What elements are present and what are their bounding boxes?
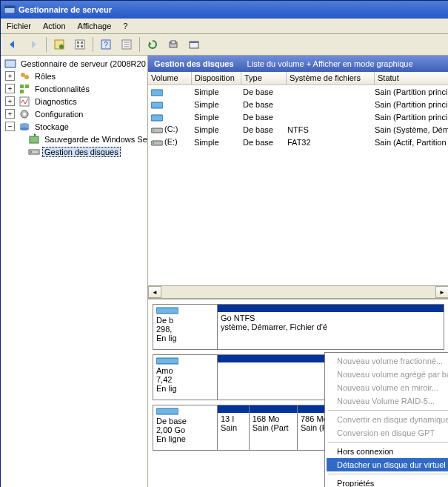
menu-fichier[interactable]: Fichier bbox=[1, 19, 37, 33]
volume-row[interactable]: SimpleDe baseSain (Partition principale) bbox=[148, 98, 448, 110]
menu-help[interactable]: ? bbox=[117, 19, 133, 33]
expand-icon[interactable]: + bbox=[5, 71, 15, 81]
content-header: Gestion des disques Liste du volume + Af… bbox=[148, 56, 448, 72]
tree-roles[interactable]: + Rôles bbox=[1, 70, 147, 82]
tree-gestion-disques[interactable]: Gestion des disques bbox=[1, 145, 147, 158]
forward-button[interactable] bbox=[24, 35, 43, 54]
col-statut[interactable]: Statut bbox=[375, 72, 448, 85]
expand-icon[interactable]: + bbox=[5, 84, 15, 93]
tree-root[interactable]: Gestionnaire de serveur (2008R20 bbox=[1, 57, 147, 70]
app-window: Gestionnaire de serveur Fichier Action A… bbox=[0, 0, 448, 487]
tree-sauvegarde[interactable]: Sauvegarde de Windows Se bbox=[1, 133, 147, 145]
collapse-icon[interactable]: − bbox=[5, 122, 15, 131]
disk-info-line: En lig bbox=[156, 384, 214, 393]
context-menu-item[interactable]: Détacher un disque dur virtuel bbox=[327, 458, 448, 471]
col-type[interactable]: Type bbox=[241, 72, 287, 85]
svg-text:?: ? bbox=[104, 41, 108, 49]
tree-label: Stockage bbox=[33, 122, 71, 132]
svg-rect-6 bbox=[81, 42, 83, 44]
disk-info: De base2,00 GoEn ligne bbox=[153, 405, 218, 450]
partition-stripe bbox=[218, 405, 249, 413]
context-menu-item[interactable]: Hors connexion bbox=[327, 445, 448, 458]
tree-diagnostics[interactable]: + Diagnostics bbox=[1, 95, 147, 107]
volume-row[interactable]: SimpleDe baseSain (Partition principale) bbox=[148, 85, 448, 98]
horizontal-scrollbar[interactable]: ◄ ► bbox=[148, 285, 448, 298]
svg-rect-23 bbox=[25, 85, 29, 88]
tree-fonctionnalites[interactable]: + Fonctionnalités bbox=[1, 82, 147, 95]
volume-icon bbox=[151, 127, 163, 134]
backup-icon bbox=[28, 133, 40, 145]
tb-icon-5[interactable] bbox=[184, 35, 204, 54]
tree-root-label: Gestionnaire de serveur (2008R20 bbox=[19, 59, 148, 69]
svg-rect-1 bbox=[4, 6, 15, 8]
tree-label: Sauvegarde de Windows Se bbox=[42, 134, 148, 145]
svg-rect-16 bbox=[171, 41, 175, 44]
svg-rect-41 bbox=[156, 308, 178, 314]
menu-affichage[interactable]: Affichage bbox=[72, 19, 118, 33]
menubar: Fichier Action Affichage ? bbox=[1, 19, 448, 34]
partition-stripe bbox=[250, 405, 297, 413]
toolbar-separator bbox=[46, 37, 47, 52]
scroll-left-arrow[interactable]: ◄ bbox=[148, 286, 161, 298]
disk-icon bbox=[156, 307, 178, 314]
volume-row[interactable]: (C:)SimpleDe baseNTFSSain (Système, Déma… bbox=[148, 123, 448, 136]
window-title: Gestionnaire de serveur bbox=[19, 5, 446, 14]
tb-icon-2[interactable] bbox=[70, 35, 90, 54]
tree-stockage[interactable]: − Stockage bbox=[1, 120, 147, 133]
svg-point-33 bbox=[30, 151, 32, 153]
partition[interactable]: Go NTFSystème, Démarrer, Fichier d'é bbox=[218, 305, 444, 349]
context-menu[interactable]: Nouveau volume fractionné...Nouveau volu… bbox=[324, 352, 448, 487]
volume-list: Volume Disposition Type Système de fichi… bbox=[148, 72, 448, 299]
disk-icon bbox=[28, 146, 40, 158]
volume-row[interactable]: SimpleDe baseSain (Partition principale) bbox=[148, 110, 448, 123]
tree-label: Gestion des disques bbox=[42, 147, 121, 157]
content-title: Gestion des disques bbox=[154, 59, 234, 68]
context-menu-item: Nouveau volume agrégé par bandes... bbox=[327, 368, 448, 381]
col-fs[interactable]: Système de fichiers bbox=[287, 72, 375, 85]
tree-configuration[interactable]: + Configuration bbox=[1, 107, 147, 120]
svg-point-20 bbox=[21, 73, 25, 77]
nav-tree[interactable]: Gestionnaire de serveur (2008R20 + Rôles… bbox=[1, 56, 147, 159]
features-icon bbox=[19, 83, 30, 95]
col-volume[interactable]: Volume bbox=[148, 72, 192, 85]
menu-action[interactable]: Action bbox=[37, 19, 72, 33]
menu-separator bbox=[328, 410, 448, 411]
volume-icon bbox=[151, 114, 163, 122]
diagnostics-icon bbox=[19, 96, 30, 107]
disk-info-line: En lig bbox=[156, 334, 214, 342]
back-button[interactable] bbox=[3, 35, 22, 54]
svg-point-21 bbox=[24, 75, 29, 79]
expand-icon[interactable]: + bbox=[5, 109, 15, 119]
disk-info-line: De base bbox=[156, 417, 214, 425]
column-headers: Volume Disposition Type Système de fichi… bbox=[148, 72, 448, 85]
partition-line: ystème, Démarrer, Fichier d'é bbox=[221, 322, 441, 331]
disk-block[interactable]: De b298,En ligGo NTFSystème, Démarrer, F… bbox=[153, 304, 444, 350]
toolbar-separator bbox=[139, 37, 140, 52]
svg-rect-4 bbox=[76, 40, 84, 49]
expand-icon[interactable]: + bbox=[5, 96, 15, 106]
partition[interactable]: 13 ISain bbox=[218, 405, 249, 450]
help-button[interactable]: ? bbox=[96, 35, 116, 54]
scroll-track[interactable] bbox=[161, 286, 435, 298]
tb-icon-3[interactable] bbox=[117, 35, 136, 54]
svg-rect-18 bbox=[190, 42, 198, 43]
refresh-button[interactable] bbox=[143, 35, 162, 54]
svg-rect-31 bbox=[30, 136, 39, 143]
svg-rect-43 bbox=[156, 408, 178, 414]
tb-icon-1[interactable] bbox=[50, 35, 69, 54]
context-menu-item[interactable]: Propriétés bbox=[327, 477, 448, 487]
col-disposition[interactable]: Disposition bbox=[192, 72, 241, 85]
partition[interactable]: 168 MoSain (Part bbox=[249, 405, 297, 450]
roles-icon bbox=[19, 70, 30, 82]
volume-row[interactable]: (E:)SimpleDe baseFAT32Sain (Actif, Parti… bbox=[148, 136, 448, 148]
tree-label: Fonctionnalités bbox=[33, 84, 92, 94]
svg-rect-36 bbox=[151, 115, 163, 121]
scroll-right-arrow[interactable]: ► bbox=[435, 286, 448, 298]
tree-label: Rôles bbox=[33, 71, 58, 82]
server-icon bbox=[4, 58, 16, 70]
context-menu-item: Conversion en disque GPT bbox=[327, 426, 448, 440]
svg-rect-22 bbox=[20, 85, 24, 88]
partition-line: 168 Mo bbox=[253, 414, 294, 423]
context-menu-item: Convertir en disque dynamique... bbox=[327, 413, 448, 426]
tb-icon-4[interactable] bbox=[164, 35, 183, 54]
